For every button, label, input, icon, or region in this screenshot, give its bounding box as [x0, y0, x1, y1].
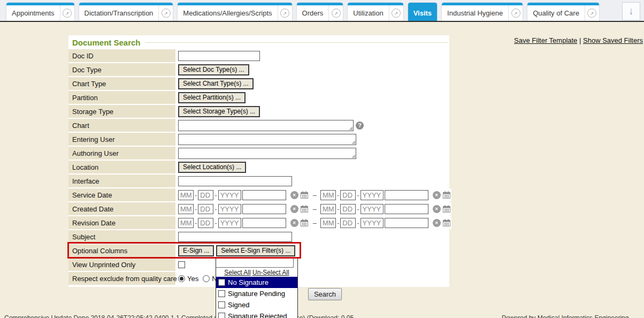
tab-label[interactable]: Dictation/Transcription	[79, 5, 159, 21]
select-all-link[interactable]: Select All	[224, 269, 250, 276]
revision-date-to-year-input[interactable]	[361, 218, 384, 228]
respect-exclude-no-radio[interactable]	[203, 275, 210, 282]
service-date-from-month-input[interactable]	[178, 190, 194, 200]
select-storage-types-button[interactable]: Select Storage Type(s) ...	[178, 106, 260, 117]
tab-label[interactable]: Utilization	[348, 5, 388, 21]
save-filter-template-link[interactable]: Save Filter Template	[514, 36, 577, 44]
clear-date-icon[interactable]: ✕	[290, 219, 298, 227]
date-separator: -	[195, 191, 197, 199]
created-date-to-month-input[interactable]	[320, 204, 336, 214]
tab-label[interactable]: Medications/Allergies/Scripts	[178, 5, 277, 21]
clear-date-icon[interactable]: ✕	[433, 219, 441, 227]
select-partitions-button[interactable]: Select Partition(s) ...	[178, 92, 246, 103]
open-in-popup-button[interactable]: ↗	[585, 5, 599, 21]
tab-scroll-down-button[interactable]: ↓	[622, 2, 640, 20]
revision-date-from-month-input[interactable]	[178, 218, 194, 228]
created-date-from-month-input[interactable]	[178, 204, 194, 214]
document-search-page: Appointments ↗ Dictation/Transcription ↗…	[0, 0, 644, 318]
service-date-to-input[interactable]	[385, 190, 428, 200]
calendar-icon[interactable]	[301, 191, 308, 199]
option-checkbox[interactable]	[218, 290, 225, 297]
tab-visits-active[interactable]: Visits	[408, 3, 437, 21]
dropdown-option-no-signature[interactable]: No Signature	[216, 277, 297, 288]
tab-quality-of-care[interactable]: Quality of Care ↗	[527, 3, 599, 21]
calendar-icon[interactable]	[301, 219, 308, 226]
tab-orders[interactable]: Orders ↗	[297, 3, 343, 21]
revision-date-from-day-input[interactable]	[198, 218, 213, 228]
interface-input[interactable]	[178, 176, 292, 186]
tab-label[interactable]: Orders	[297, 5, 329, 21]
tab-label[interactable]: Visits	[408, 5, 437, 21]
esign-column-button[interactable]: E-Sign ...	[178, 245, 214, 256]
form-row-chart: Chart ?	[68, 119, 449, 132]
revision-date-from-input[interactable]	[242, 218, 286, 228]
tab-medications-allergies-scripts[interactable]: Medications/Allergies/Scripts ↗	[178, 3, 292, 21]
view-unprinted-only-checkbox[interactable]	[178, 261, 185, 268]
chart-input[interactable]	[178, 120, 354, 131]
form-row-location: Location Select Location(s) ...	[68, 161, 449, 173]
unselect-all-link[interactable]: Un-Select All	[252, 269, 289, 276]
service-date-to-year-input[interactable]	[361, 190, 384, 200]
calendar-icon[interactable]	[443, 219, 450, 226]
open-in-popup-button[interactable]: ↗	[389, 5, 403, 21]
dropdown-option-signed[interactable]: Signed	[216, 299, 297, 311]
search-button[interactable]: Search	[308, 288, 342, 300]
revision-date-from-year-input[interactable]	[218, 218, 241, 228]
open-in-popup-button[interactable]: ↗	[328, 5, 343, 21]
created-date-to-input[interactable]	[385, 204, 428, 214]
authoring-user-input[interactable]	[178, 148, 356, 159]
option-checkbox[interactable]	[218, 301, 225, 308]
respect-exclude-yes-radio[interactable]	[178, 275, 185, 282]
doc-id-input[interactable]	[178, 51, 260, 61]
clear-date-icon[interactable]: ✕	[433, 191, 441, 199]
form-row-doc-id: Doc ID	[68, 49, 449, 62]
created-date-from-day-input[interactable]	[198, 204, 213, 214]
esign-filter-search-input[interactable]	[216, 258, 294, 268]
clear-date-icon[interactable]: ✕	[290, 205, 298, 213]
created-date-to-day-input[interactable]	[340, 204, 356, 214]
select-locations-button[interactable]: Select Location(s) ...	[178, 162, 246, 173]
revision-date-to-input[interactable]	[385, 218, 428, 228]
show-saved-filters-link[interactable]: Show Saved Filters	[583, 36, 643, 44]
service-date-from-year-input[interactable]	[218, 190, 241, 200]
open-in-popup-button[interactable]: ↗	[60, 5, 74, 21]
dropdown-option-signature-rejected[interactable]: Signature Rejected	[216, 311, 297, 318]
service-date-to-day-input[interactable]	[340, 190, 356, 200]
open-in-popup-button[interactable]: ↗	[508, 5, 523, 21]
open-in-popup-button[interactable]: ↗	[158, 5, 173, 21]
panel-header: Document Search	[68, 35, 449, 49]
calendar-icon[interactable]	[443, 205, 450, 213]
created-date-from-input[interactable]	[242, 204, 286, 214]
document-search-panel: Document Search Doc ID Doc Type Select D…	[68, 35, 449, 287]
service-date-from-day-input[interactable]	[198, 190, 213, 200]
tab-label[interactable]: Quality of Care	[527, 5, 585, 21]
help-icon[interactable]: ?	[356, 122, 364, 130]
date-separator: -	[337, 205, 339, 213]
option-checkbox[interactable]	[218, 279, 225, 286]
tab-dictation-transcription[interactable]: Dictation/Transcription ↗	[79, 3, 173, 21]
clear-date-icon[interactable]: ✕	[433, 205, 441, 213]
revision-date-to-day-input[interactable]	[340, 218, 356, 228]
revision-date-to-month-input[interactable]	[320, 218, 336, 228]
select-chart-types-button[interactable]: Select Chart Type(s) ...	[178, 78, 254, 89]
tab-label[interactable]: Appointments	[6, 5, 60, 21]
service-date-from-input[interactable]	[242, 190, 286, 200]
tab-utilization[interactable]: Utilization ↗	[348, 3, 403, 21]
subject-input[interactable]	[178, 232, 292, 242]
select-doc-types-button[interactable]: Select Doc Type(s) ...	[178, 64, 249, 75]
calendar-icon[interactable]	[443, 191, 450, 199]
clear-date-icon[interactable]: ✕	[290, 191, 298, 199]
created-date-from-year-input[interactable]	[218, 204, 241, 214]
form-row-interface: Interface	[68, 175, 449, 187]
entering-user-input[interactable]	[178, 134, 356, 145]
tab-appointments[interactable]: Appointments ↗	[6, 3, 74, 21]
select-esign-filters-button[interactable]: Select E-Sign Filter(s) ...	[216, 245, 295, 256]
tab-industrial-hygiene[interactable]: Industrial Hygiene ↗	[442, 3, 523, 21]
service-date-to-month-input[interactable]	[320, 190, 336, 200]
calendar-icon[interactable]	[301, 205, 308, 213]
open-in-popup-button[interactable]: ↗	[278, 5, 292, 21]
option-checkbox[interactable]	[218, 313, 225, 318]
created-date-to-year-input[interactable]	[361, 204, 384, 214]
dropdown-option-signature-pending[interactable]: Signature Pending	[216, 288, 297, 299]
tab-label[interactable]: Industrial Hygiene	[442, 5, 508, 21]
